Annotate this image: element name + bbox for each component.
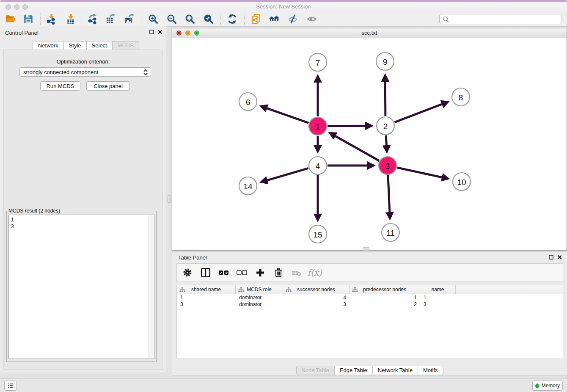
close-panel-button[interactable]: Close panel: [86, 81, 130, 91]
graph-node-4[interactable]: 4: [309, 157, 327, 174]
vertical-splitter-grip[interactable]: [168, 195, 171, 203]
preferred-layout-icon[interactable]: [267, 13, 281, 25]
graph-edge-3-11[interactable]: [388, 175, 390, 218]
delete-row-icon[interactable]: [272, 266, 285, 279]
graph-edge-4-14[interactable]: [261, 168, 308, 182]
export-table-icon[interactable]: [104, 13, 118, 25]
column-header-predecessor-nodes[interactable]: predecessor nodes: [350, 285, 420, 294]
table-tab-motifs[interactable]: Motifs: [418, 366, 443, 375]
graph-node-9[interactable]: 9: [376, 52, 394, 70]
save-session-icon[interactable]: [21, 13, 36, 25]
horizontal-splitter-grip[interactable]: [363, 247, 369, 251]
hide-selected-icon[interactable]: [286, 13, 300, 25]
open-session-icon[interactable]: [3, 13, 18, 25]
network-canvas[interactable]: 7968124314101511: [172, 38, 567, 250]
refresh-icon[interactable]: [225, 13, 239, 25]
window-title: Session: New Session: [0, 2, 567, 12]
show-all-icon[interactable]: [305, 13, 319, 25]
zoom-out-icon[interactable]: [165, 13, 179, 25]
zoom-selected-icon[interactable]: [201, 13, 216, 25]
table-cell[interactable]: 4: [283, 294, 350, 301]
column-header-MCDS-role[interactable]: MCDS role: [236, 285, 283, 294]
table-cell[interactable]: 2: [350, 301, 420, 308]
graph-node-2[interactable]: 2: [377, 117, 394, 135]
result-scrollbar[interactable]: [149, 215, 154, 358]
run-mcds-button[interactable]: Run MCDS: [40, 81, 80, 91]
zoom-fit-icon[interactable]: [183, 13, 197, 25]
graph-edge-3-10[interactable]: [397, 168, 448, 179]
tab-select[interactable]: Select: [87, 41, 113, 50]
table-cell[interactable]: dominator: [236, 294, 283, 301]
table-cell[interactable]: 3: [420, 301, 456, 308]
graph-edge-2-8[interactable]: [394, 102, 448, 122]
select-all-icon[interactable]: [217, 266, 230, 279]
column-header-shared-name[interactable]: shared name: [177, 285, 236, 294]
graph-node-14[interactable]: 14: [239, 177, 257, 195]
column-tree-icon: [286, 287, 292, 293]
search-input[interactable]: [451, 16, 561, 22]
float-panel-icon[interactable]: [149, 30, 154, 34]
graph-node-3[interactable]: 3: [379, 157, 396, 174]
import-network-icon[interactable]: [44, 13, 58, 25]
column-label: MCDS role: [247, 287, 272, 293]
copy-network-icon[interactable]: [249, 13, 263, 25]
graph-node-6[interactable]: 6: [239, 93, 257, 110]
add-row-icon[interactable]: [254, 266, 267, 279]
graph-edge-3-1[interactable]: [330, 133, 379, 161]
close-panel-icon[interactable]: [158, 30, 162, 34]
table-cell[interactable]: dominator: [236, 301, 283, 308]
zoom-in-icon[interactable]: [146, 13, 160, 25]
graph-edge-2-9[interactable]: [385, 75, 385, 116]
column-label: name: [431, 287, 444, 293]
close-table-panel-icon[interactable]: [557, 255, 562, 259]
column-label: shared name: [191, 287, 221, 293]
node-table-header: shared nameMCDS rolesuccessor nodesprede…: [177, 285, 563, 294]
table-cell[interactable]: 1: [420, 294, 456, 301]
export-network-icon[interactable]: [85, 13, 100, 25]
search-box: [439, 14, 562, 24]
graph-node-8[interactable]: 8: [452, 88, 470, 106]
graph-node-1[interactable]: 1: [309, 117, 327, 135]
float-table-panel-icon[interactable]: [549, 255, 553, 259]
memory-status-icon: [535, 384, 539, 388]
table-cell[interactable]: 1: [350, 294, 420, 301]
tab-style[interactable]: Style: [64, 41, 87, 50]
memory-button[interactable]: Memory: [532, 381, 563, 391]
optimization-criterion-select[interactable]: strongly connected component: [19, 67, 151, 77]
table-row[interactable]: 3dominator323: [177, 301, 563, 308]
table-settings-icon[interactable]: [181, 266, 194, 279]
table-cell[interactable]: 3: [283, 301, 350, 308]
graph-node-7[interactable]: 7: [309, 53, 327, 71]
mcds-result-list[interactable]: 13: [8, 215, 154, 359]
graph-node-11[interactable]: 11: [382, 224, 399, 241]
tab-network[interactable]: Network: [33, 41, 64, 50]
export-image-icon[interactable]: [122, 13, 137, 25]
optimization-label: Optimization criterion:: [4, 58, 162, 65]
graph-edge-2-3[interactable]: [386, 135, 387, 152]
table-cell[interactable]: 3: [177, 301, 236, 308]
column-header-name[interactable]: name: [420, 285, 456, 294]
graph-node-15[interactable]: 15: [309, 225, 327, 243]
function-builder-icon[interactable]: f(x): [308, 266, 321, 279]
control-panel: Control Panel NetworkStyleSelectMCDS Opt…: [0, 26, 166, 373]
import-table-icon[interactable]: [63, 13, 78, 25]
graph-node-10[interactable]: 10: [453, 173, 471, 190]
table-tab-node-table[interactable]: Node Table: [296, 366, 335, 375]
result-line: 3: [11, 223, 152, 230]
deselect-all-icon[interactable]: [236, 266, 248, 279]
table-tab-edge-table[interactable]: Edge Table: [335, 366, 373, 375]
column-layout-icon[interactable]: [199, 266, 212, 279]
column-header-successor-nodes[interactable]: successor nodes: [283, 285, 350, 294]
table-cell[interactable]: 1: [177, 294, 236, 301]
task-history-button[interactable]: [4, 381, 17, 391]
search-icon: [442, 16, 449, 23]
column-tree-icon: [352, 287, 358, 293]
table-tab-network-table[interactable]: Network Table: [373, 366, 418, 375]
table-row[interactable]: 1dominator411: [177, 294, 563, 301]
optimization-criterion-value: strongly connected component: [23, 69, 98, 75]
tab-mcds[interactable]: MCDS: [113, 41, 139, 50]
graph-edge-1-2[interactable]: [328, 126, 372, 126]
graph-edge-1-6[interactable]: [261, 106, 308, 123]
mcds-result-group: MCDS result (2 nodes) 13: [6, 208, 157, 362]
delete-column-icon[interactable]: [290, 266, 303, 279]
